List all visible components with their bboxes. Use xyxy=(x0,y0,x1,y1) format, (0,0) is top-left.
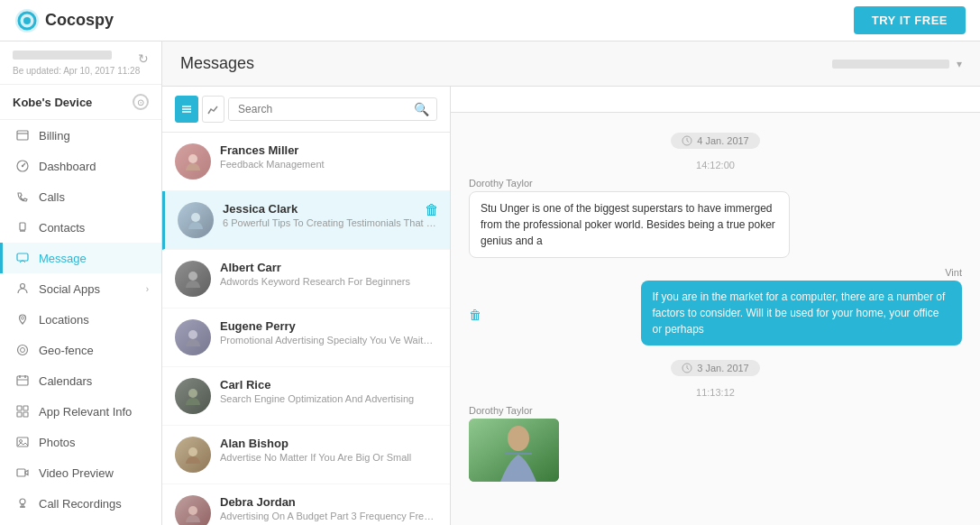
conv-item-carl-rice[interactable]: Carl Rice Search Engine Optimization And… xyxy=(162,367,450,426)
sidebar-nav: Billing Dashboard Calls Contacts xyxy=(0,120,161,525)
conv-preview-alan: Advertise No Matter If You Are Big Or Sm… xyxy=(220,452,437,463)
message-detail: 4 Jan. 2017 14:12:00 Dorothy Taylor Stu … xyxy=(451,87,980,525)
sidebar-item-record-surround[interactable]: Record Surround xyxy=(0,519,161,525)
svg-point-13 xyxy=(21,348,25,353)
billing-icon xyxy=(15,128,30,143)
sender-name-vint: Vint xyxy=(945,267,962,278)
time-2: 11:13:12 xyxy=(469,387,962,398)
conv-item-albert-carr[interactable]: Albert Carr Adwords Keyword Research For… xyxy=(162,250,450,309)
delete-msg-icon[interactable]: 🗑 xyxy=(469,308,481,322)
sidebar-item-contacts-label: Contacts xyxy=(39,221,149,235)
svg-rect-9 xyxy=(17,253,28,261)
sidebar-item-app-relevant[interactable]: App Relevant Info xyxy=(0,396,161,427)
sidebar-item-video-preview-label: Video Preview xyxy=(39,466,149,480)
clock-icon-1 xyxy=(682,135,692,146)
device-settings-icon[interactable]: ⊙ xyxy=(133,94,149,110)
conv-toolbar: 🔍 xyxy=(162,87,450,133)
svg-point-43 xyxy=(188,272,197,281)
conv-info-frances: Frances Miller Feedback Management xyxy=(220,143,437,170)
sidebar-item-social-apps[interactable]: Social Apps › xyxy=(0,273,161,304)
list-view-button[interactable] xyxy=(175,96,198,123)
conv-preview-albert: Adwords Keyword Research For Beginners xyxy=(220,276,437,287)
conv-name-frances: Frances Miller xyxy=(220,143,437,157)
search-icon: 🔍 xyxy=(407,102,436,116)
msg-row-incoming-1: Dorothy Taylor Stu Unger is one of the b… xyxy=(469,178,962,262)
svg-point-44 xyxy=(188,330,197,339)
try-it-free-button[interactable]: TRY IT FREE xyxy=(854,6,966,34)
sidebar-item-video-preview[interactable]: Video Preview xyxy=(0,457,161,488)
video-preview-icon xyxy=(15,465,30,480)
sender-name-dorothy-2: Dorothy Taylor xyxy=(469,405,962,416)
time-1: 14:12:00 xyxy=(469,160,962,170)
conv-item-alan-bishop[interactable]: Alan Bishop Advertise No Matter If You A… xyxy=(162,426,450,484)
svg-rect-20 xyxy=(17,412,22,417)
photos-icon xyxy=(15,435,30,449)
avatar-img-jessica xyxy=(185,209,206,231)
msg-photo-svg xyxy=(469,419,559,482)
msg-image xyxy=(469,419,559,482)
search-input[interactable] xyxy=(229,98,407,120)
conv-info-debra: Debra Jordan Advertising On A Budget Par… xyxy=(220,495,437,521)
conv-info-albert: Albert Carr Adwords Keyword Research For… xyxy=(220,261,437,287)
refresh-icon[interactable]: ↻ xyxy=(138,51,149,66)
conv-item-jessica-clark[interactable]: Jessica Clark 6 Powerful Tips To Creatin… xyxy=(162,191,450,250)
conv-info-jessica: Jessica Clark 6 Powerful Tips To Creatin… xyxy=(223,202,437,228)
device-name: Kobe's Device xyxy=(13,96,92,109)
sidebar-item-photos[interactable]: Photos xyxy=(0,427,161,457)
conversation-list: 🔍 Frances Miller Feedback Management xyxy=(162,87,451,525)
app-relevant-icon xyxy=(15,404,30,419)
sidebar-item-calendars[interactable]: Calendars xyxy=(0,365,161,396)
svg-point-56 xyxy=(508,426,529,451)
logo-text: Cocospy xyxy=(45,11,114,30)
sidebar-item-app-relevant-label: App Relevant Info xyxy=(39,405,149,419)
conv-preview-eugene: Promotional Advertising Specialty You Ve… xyxy=(220,335,437,345)
sidebar-item-message[interactable]: Message xyxy=(0,243,161,273)
sidebar-item-contacts[interactable]: Contacts xyxy=(0,212,161,243)
conv-name-jessica: Jessica Clark xyxy=(223,202,437,216)
conv-item-frances-miller[interactable]: Frances Miller Feedback Management xyxy=(162,133,450,191)
conv-search-bar: 🔍 xyxy=(228,97,437,121)
top-nav: Cocospy TRY IT FREE xyxy=(0,0,980,41)
chart-view-button[interactable] xyxy=(202,96,225,123)
conv-item-debra-jordan[interactable]: Debra Jordan Advertising On A Budget Par… xyxy=(162,484,450,525)
sidebar-account: Be updated: Apr 10, 2017 11:28 ↻ xyxy=(0,41,161,85)
avatar-jessica-clark xyxy=(178,202,214,238)
delete-conv-jessica-icon[interactable]: 🗑 xyxy=(425,202,439,218)
conv-name-carl: Carl Rice xyxy=(220,378,437,391)
sidebar-item-calls[interactable]: Calls xyxy=(0,181,161,212)
locations-icon xyxy=(15,312,30,327)
calendars-icon xyxy=(15,373,30,388)
sidebar-item-locations-label: Locations xyxy=(39,313,149,327)
sidebar-item-geo-fence-label: Geo-fence xyxy=(39,344,149,357)
sidebar-item-dashboard-label: Dashboard xyxy=(39,160,149,173)
sidebar-item-billing[interactable]: Billing xyxy=(0,120,161,151)
list-icon xyxy=(180,103,193,115)
msg-image-inner xyxy=(469,419,559,482)
avatar-carl-rice xyxy=(175,378,211,414)
conv-item-eugene-perry[interactable]: Eugene Perry Promotional Advertising Spe… xyxy=(162,309,450,367)
svg-point-41 xyxy=(188,154,197,163)
avatar-img-alan xyxy=(182,444,204,465)
svg-rect-57 xyxy=(505,453,532,455)
sidebar-item-call-recordings[interactable]: Call Recordings xyxy=(0,488,161,519)
logo: Cocospy xyxy=(14,8,114,33)
avatar-img-carl xyxy=(182,385,204,407)
svg-rect-19 xyxy=(23,406,28,410)
sidebar-item-dashboard[interactable]: Dashboard xyxy=(0,151,161,181)
account-dropdown-icon[interactable]: ▾ xyxy=(957,58,962,70)
avatar-debra-jordan xyxy=(175,495,211,525)
detail-header xyxy=(451,87,980,113)
conv-name-debra: Debra Jordan xyxy=(220,495,437,509)
sidebar-item-locations[interactable]: Locations xyxy=(0,304,161,335)
messages-body: 🔍 Frances Miller Feedback Management xyxy=(162,87,980,525)
conv-name-eugene: Eugene Perry xyxy=(220,319,437,333)
sidebar-item-geo-fence[interactable]: Geo-fence xyxy=(0,335,161,365)
account-updated: Be updated: Apr 10, 2017 11:28 xyxy=(13,66,140,76)
detail-messages: 4 Jan. 2017 14:12:00 Dorothy Taylor Stu … xyxy=(451,113,980,525)
avatar-eugene-perry xyxy=(175,319,211,355)
sidebar: Be updated: Apr 10, 2017 11:28 ↻ Kobe's … xyxy=(0,41,162,525)
contacts-icon xyxy=(15,220,30,235)
cocospy-logo-icon xyxy=(14,8,40,33)
svg-line-51 xyxy=(687,141,689,143)
avatar-img-frances xyxy=(182,151,204,172)
